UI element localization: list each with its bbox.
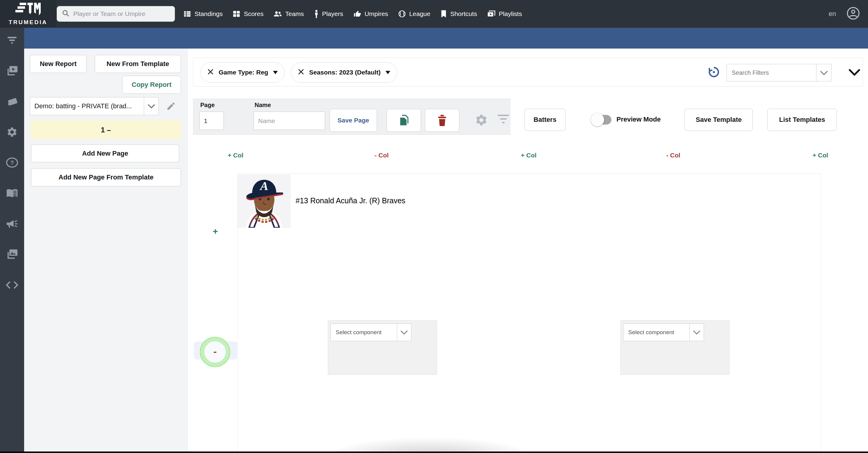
- copy-report-button[interactable]: Copy Report: [122, 76, 181, 94]
- remove-column-link[interactable]: - Col: [375, 152, 389, 159]
- nav-label: Scores: [244, 10, 263, 18]
- teams-icon: [274, 10, 282, 18]
- report-panel: New Report New From Template Copy Report…: [24, 49, 188, 453]
- save-page-button[interactable]: Save Page: [330, 109, 377, 132]
- copy-page-button[interactable]: [386, 109, 421, 132]
- league-icon: [398, 10, 406, 18]
- nav-teams[interactable]: Teams: [274, 10, 304, 18]
- add-new-page-from-template-button[interactable]: Add New Page From Template: [31, 168, 181, 186]
- click-highlight: -: [200, 337, 230, 367]
- flashcards-icon[interactable]: [0, 95, 24, 108]
- top-navbar: TRUMEDIA Standings: [0, 0, 868, 28]
- name-label: Name: [254, 102, 271, 109]
- video-playlist-icon[interactable]: [0, 64, 24, 78]
- search-filters-combobox[interactable]: Search Filters: [726, 64, 832, 82]
- nav-standings[interactable]: Standings: [183, 10, 223, 18]
- bottom-edge-bar: [0, 452, 868, 453]
- select-component-dropdown[interactable]: Select component: [331, 324, 411, 341]
- nav-label: League: [409, 10, 430, 18]
- nav-umpires[interactable]: Umpires: [353, 10, 388, 18]
- help-icon[interactable]: ?: [0, 156, 24, 169]
- trumedia-logo[interactable]: TRUMEDIA: [0, 0, 56, 28]
- filter-history-icon[interactable]: [708, 66, 720, 79]
- caret-down-icon: [273, 71, 278, 74]
- embed-code-icon[interactable]: [0, 278, 24, 292]
- filter-chip-label: Game Type: Reg: [219, 69, 268, 76]
- preview-mode-label: Preview Mode: [617, 116, 661, 123]
- nav-label: Standings: [194, 10, 223, 18]
- side-rail: ?: [0, 28, 24, 453]
- media-gallery-icon[interactable]: [0, 248, 24, 261]
- glossary-icon[interactable]: [0, 187, 24, 200]
- edit-report-icon[interactable]: [165, 100, 177, 112]
- locale-selector[interactable]: en: [829, 10, 836, 18]
- filter-chip-game-type[interactable]: Game Type: Reg: [200, 62, 285, 83]
- component-slot: Select component: [328, 320, 437, 375]
- add-column-link[interactable]: + Col: [812, 152, 828, 159]
- nav-playlists[interactable]: Playlists: [487, 10, 522, 18]
- umpires-icon: [353, 10, 361, 18]
- scores-icon: [232, 10, 240, 18]
- global-search[interactable]: [57, 6, 175, 22]
- filter-chip-label: Seasons: 2023 (Default): [309, 69, 381, 76]
- new-from-template-button[interactable]: New From Template: [95, 55, 181, 73]
- nav-shortcuts[interactable]: Shortcuts: [440, 10, 477, 18]
- chevron-down-icon: [816, 64, 831, 81]
- report-select-value: Demo: batting - PRIVATE (brad...: [30, 102, 144, 110]
- add-row-button[interactable]: +: [207, 225, 224, 238]
- page-controls-panel: Page Name Save Page: [193, 99, 510, 135]
- page-number-input[interactable]: [199, 112, 224, 130]
- report-canvas: [237, 174, 821, 453]
- nav-label: Umpires: [365, 10, 388, 18]
- playlists-icon: [487, 10, 496, 18]
- search-input[interactable]: [73, 10, 170, 18]
- preview-mode-toggle[interactable]: [592, 113, 612, 126]
- add-column-link[interactable]: + Col: [228, 152, 243, 159]
- remove-filter-icon[interactable]: [207, 68, 214, 77]
- nav-scores[interactable]: Scores: [232, 10, 263, 18]
- delete-page-button[interactable]: [425, 109, 459, 132]
- filter-icon[interactable]: [0, 34, 24, 47]
- page-settings-icon[interactable]: [473, 112, 489, 128]
- page-list-item-1[interactable]: 1 –: [31, 120, 181, 139]
- shortcuts-icon: [440, 10, 447, 18]
- select-component-dropdown[interactable]: Select component: [623, 324, 704, 341]
- players-icon: [314, 10, 319, 18]
- player-header: #13 Ronald Acuña Jr. (R) Braves: [296, 197, 405, 205]
- select-component-placeholder: Select component: [623, 329, 689, 336]
- remove-filter-icon[interactable]: [298, 68, 304, 77]
- report-select[interactable]: Demo: batting - PRIVATE (brad...: [30, 97, 159, 115]
- app-screen: TRUMEDIA Standings: [0, 0, 868, 453]
- page-filter-icon[interactable]: [497, 115, 510, 125]
- nav-players[interactable]: Players: [314, 10, 343, 18]
- announcements-icon[interactable]: [0, 217, 24, 231]
- page-name-input[interactable]: [254, 112, 325, 130]
- nav-label: Players: [322, 10, 343, 18]
- copy-icon: [398, 114, 409, 126]
- chevron-down-icon: [397, 324, 411, 341]
- trumedia-logo-icon: [16, 2, 41, 19]
- settings-icon[interactable]: [0, 125, 24, 139]
- remove-column-link[interactable]: - Col: [666, 152, 680, 159]
- primary-nav: Standings Scores Teams: [183, 0, 522, 28]
- filters-panel: Game Type: Reg Seasons: 2023 (Default) S…: [193, 58, 863, 87]
- save-template-button[interactable]: Save Template: [685, 109, 753, 131]
- caret-down-icon: [385, 71, 390, 74]
- chevron-down-icon: [689, 324, 704, 341]
- report-title-bar: [24, 28, 868, 49]
- add-new-page-button[interactable]: Add New Page: [31, 145, 179, 162]
- nav-label: Playlists: [499, 10, 522, 18]
- batters-button[interactable]: Batters: [525, 109, 565, 131]
- collapse-filters-icon[interactable]: [848, 66, 861, 79]
- nav-label: Shortcuts: [450, 10, 477, 18]
- account-icon[interactable]: [846, 6, 860, 22]
- add-column-link[interactable]: + Col: [521, 152, 536, 159]
- navbar-right: en: [829, 0, 860, 28]
- list-templates-button[interactable]: List Templates: [767, 109, 837, 131]
- search-icon: [62, 9, 70, 19]
- new-report-button[interactable]: New Report: [30, 55, 87, 73]
- filter-chip-seasons[interactable]: Seasons: 2023 (Default): [291, 62, 397, 83]
- main-content: Game Type: Reg Seasons: 2023 (Default) S…: [188, 49, 868, 453]
- nav-league[interactable]: League: [398, 10, 430, 18]
- toggle-knob: [591, 113, 604, 126]
